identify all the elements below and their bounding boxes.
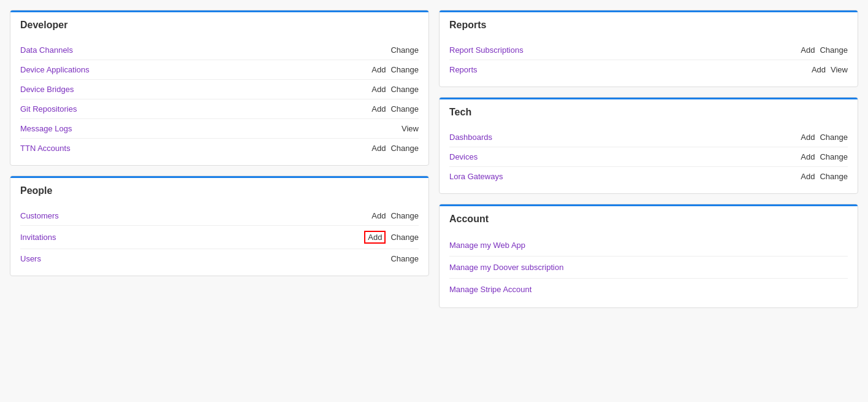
customers-label: Customers: [20, 211, 59, 220]
message-logs-link[interactable]: Message Logs: [20, 124, 72, 133]
device-bridges-actions: Add Change: [371, 85, 419, 94]
list-item: Reports Add View: [449, 60, 848, 79]
users-change[interactable]: Change: [390, 254, 419, 263]
list-item: Device Applications Add Change: [20, 60, 419, 80]
git-repos-add[interactable]: Add: [371, 104, 386, 114]
dashboards-actions: Add Change: [801, 133, 848, 142]
list-item: Git Repositories Add Change: [20, 99, 419, 119]
dashboards-add[interactable]: Add: [801, 133, 815, 142]
ttn-accounts-link[interactable]: TTN Accounts: [20, 144, 70, 153]
devices-label: Devices: [449, 152, 478, 161]
tech-card-header: Tech: [440, 98, 858, 123]
reports-add[interactable]: Add: [812, 65, 826, 74]
list-item: Devices Add Change: [449, 147, 848, 167]
invitations-actions: Add Change: [364, 231, 419, 244]
devices-add[interactable]: Add: [801, 152, 815, 161]
list-item: TTN Accounts Add Change: [20, 139, 419, 158]
reports-item-actions: Add View: [812, 65, 848, 74]
list-item: Users Change: [20, 249, 419, 268]
manage-doover-subscription-link[interactable]: Manage my Doover subscription: [449, 257, 848, 279]
report-subscriptions-add[interactable]: Add: [801, 45, 815, 55]
device-bridges-link[interactable]: Device Bridges: [20, 85, 74, 94]
report-subscriptions-label: Report Subscriptions: [449, 45, 523, 55]
list-item: Report Subscriptions Add Change: [449, 41, 848, 60]
invitations-change[interactable]: Change: [390, 233, 419, 242]
git-repos-actions: Add Change: [371, 104, 419, 114]
invitations-label: Invitations: [20, 233, 56, 242]
device-bridges-add[interactable]: Add: [371, 85, 386, 94]
lora-gateways-label: Lora Gateways: [449, 172, 503, 181]
message-logs-label: Message Logs: [20, 124, 72, 133]
tech-card: Tech Dashboards Add Change Devices: [439, 97, 858, 194]
reports-card-header: Reports: [440, 10, 858, 36]
report-subscriptions-change[interactable]: Change: [820, 45, 848, 55]
ttn-accounts-label: TTN Accounts: [20, 144, 70, 153]
list-item: Customers Add Change: [20, 206, 419, 226]
dashboards-label: Dashboards: [449, 133, 492, 142]
lora-gateways-change[interactable]: Change: [820, 172, 848, 181]
report-subscriptions-actions: Add Change: [801, 45, 848, 55]
users-label: Users: [20, 254, 41, 263]
people-card: People Customers Add Change Invitation: [10, 176, 429, 276]
list-item: Data Channels Change: [20, 41, 419, 60]
customers-change[interactable]: Change: [390, 211, 419, 220]
device-applications-add[interactable]: Add: [371, 65, 386, 74]
reports-title: Reports: [449, 20, 848, 31]
lora-gateways-add[interactable]: Add: [801, 172, 815, 181]
developer-card: Developer Data Channels Change Device Ap…: [10, 10, 429, 166]
device-applications-link[interactable]: Device Applications: [20, 65, 89, 74]
people-card-body: Customers Add Change Invitations Add Cha…: [10, 201, 428, 276]
data-channels-label: Data Channels: [20, 45, 73, 55]
report-subscriptions-link[interactable]: Report Subscriptions: [449, 45, 523, 55]
people-title: People: [20, 185, 419, 196]
list-item: Lora Gateways Add Change: [449, 167, 848, 186]
git-repos-change[interactable]: Change: [390, 104, 419, 114]
tech-card-body: Dashboards Add Change Devices Add Change: [440, 123, 858, 193]
reports-card: Reports Report Subscriptions Add Change: [439, 10, 858, 87]
developer-card-body: Data Channels Change Device Applications…: [10, 36, 428, 165]
developer-card-header: Developer: [10, 10, 428, 36]
manage-web-app-link[interactable]: Manage my Web App: [449, 234, 848, 257]
dashboards-link[interactable]: Dashboards: [449, 133, 492, 142]
ttn-accounts-change[interactable]: Change: [390, 144, 419, 153]
customers-link[interactable]: Customers: [20, 211, 59, 220]
account-card-body: Manage my Web App Manage my Doover subsc…: [440, 230, 858, 307]
customers-actions: Add Change: [371, 211, 419, 220]
git-repos-link[interactable]: Git Repositories: [20, 104, 77, 114]
device-applications-label: Device Applications: [20, 65, 89, 74]
git-repos-label: Git Repositories: [20, 104, 77, 114]
device-bridges-change[interactable]: Change: [390, 85, 419, 94]
devices-change[interactable]: Change: [820, 152, 848, 161]
message-logs-actions: View: [402, 124, 419, 133]
main-grid: Developer Data Channels Change Device Ap…: [10, 10, 858, 308]
devices-link[interactable]: Devices: [449, 152, 478, 161]
developer-title: Developer: [20, 20, 419, 31]
list-item: Invitations Add Change: [20, 226, 419, 249]
account-card: Account Manage my Web App Manage my Doov…: [439, 204, 858, 308]
dashboards-change[interactable]: Change: [820, 133, 848, 142]
customers-add[interactable]: Add: [371, 211, 386, 220]
data-channels-change[interactable]: Change: [390, 45, 419, 55]
people-card-header: People: [10, 176, 428, 201]
device-applications-change[interactable]: Change: [390, 65, 419, 74]
manage-stripe-account-link[interactable]: Manage Stripe Account: [449, 279, 848, 300]
list-item: Dashboards Add Change: [449, 128, 848, 147]
message-logs-view[interactable]: View: [402, 124, 419, 133]
device-bridges-label: Device Bridges: [20, 85, 74, 94]
data-channels-link[interactable]: Data Channels: [20, 45, 73, 55]
users-actions: Change: [390, 254, 419, 263]
left-column: Developer Data Channels Change Device Ap…: [10, 10, 429, 308]
reports-view[interactable]: View: [831, 65, 848, 74]
ttn-accounts-actions: Add Change: [371, 144, 419, 153]
devices-actions: Add Change: [801, 152, 848, 161]
right-column: Reports Report Subscriptions Add Change: [439, 10, 858, 308]
tech-title: Tech: [449, 107, 848, 118]
lora-gateways-link[interactable]: Lora Gateways: [449, 172, 503, 181]
users-link[interactable]: Users: [20, 254, 41, 263]
reports-item-link[interactable]: Reports: [449, 65, 478, 74]
device-applications-actions: Add Change: [371, 65, 419, 74]
invitations-add[interactable]: Add: [364, 231, 386, 244]
invitations-link[interactable]: Invitations: [20, 233, 56, 242]
ttn-accounts-add[interactable]: Add: [371, 144, 386, 153]
lora-gateways-actions: Add Change: [801, 172, 848, 181]
